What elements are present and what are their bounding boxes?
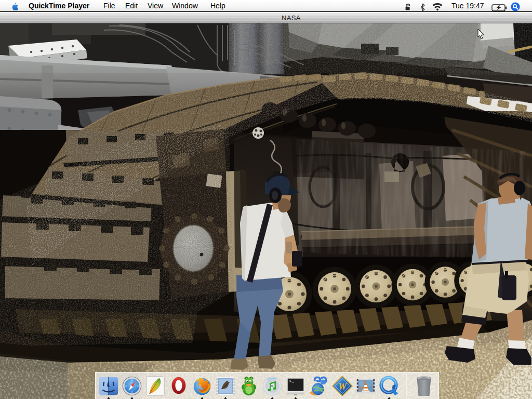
svg-text:>_: >_ xyxy=(289,379,295,383)
svg-text:W: W xyxy=(338,381,348,392)
